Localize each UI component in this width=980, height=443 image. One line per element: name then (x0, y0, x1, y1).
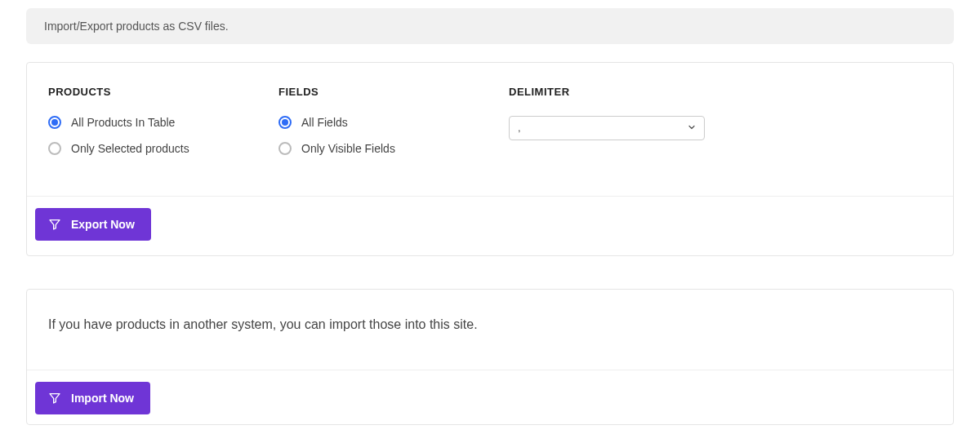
radio-all-products[interactable]: All Products In Table (48, 116, 278, 129)
svg-marker-0 (50, 220, 60, 229)
export-button-label: Export Now (71, 218, 135, 231)
delimiter-value: , (518, 122, 521, 134)
radio-indicator-icon (278, 116, 292, 129)
info-banner: Import/Export products as CSV files. (26, 8, 954, 44)
radio-indicator-icon (48, 116, 61, 129)
radio-indicator-icon (278, 142, 292, 155)
import-card-footer: Import Now (27, 370, 953, 424)
products-title: PRODUCTS (48, 86, 278, 98)
import-now-button[interactable]: Import Now (35, 382, 150, 414)
export-now-button[interactable]: Export Now (35, 208, 151, 241)
radio-label: Only Selected products (71, 142, 189, 155)
filter-icon (48, 392, 61, 405)
info-banner-text: Import/Export products as CSV files. (44, 20, 229, 33)
filter-icon (48, 218, 61, 231)
export-card-body: PRODUCTS All Products In Table Only Sele… (27, 63, 953, 196)
delimiter-title: DELIMITER (509, 86, 932, 98)
fields-section: FIELDS All Fields Only Visible Fields (278, 86, 509, 168)
radio-visible-fields[interactable]: Only Visible Fields (278, 142, 509, 155)
delimiter-select-wrap: , (509, 116, 705, 140)
import-description: If you have products in another system, … (48, 312, 932, 342)
radio-selected-products[interactable]: Only Selected products (48, 142, 278, 155)
radio-all-fields[interactable]: All Fields (278, 116, 509, 129)
import-button-label: Import Now (71, 392, 134, 405)
delimiter-select[interactable]: , (509, 116, 705, 140)
export-card-footer: Export Now (27, 196, 953, 255)
export-card: PRODUCTS All Products In Table Only Sele… (26, 62, 954, 256)
radio-indicator-icon (48, 142, 61, 155)
import-card-body: If you have products in another system, … (27, 290, 953, 370)
fields-title: FIELDS (278, 86, 509, 98)
radio-label: All Products In Table (71, 116, 175, 129)
radio-label: All Fields (301, 116, 348, 129)
radio-label: Only Visible Fields (301, 142, 395, 155)
import-card: If you have products in another system, … (26, 289, 954, 425)
svg-marker-1 (50, 394, 60, 403)
delimiter-section: DELIMITER , (509, 86, 932, 168)
products-section: PRODUCTS All Products In Table Only Sele… (48, 86, 278, 168)
